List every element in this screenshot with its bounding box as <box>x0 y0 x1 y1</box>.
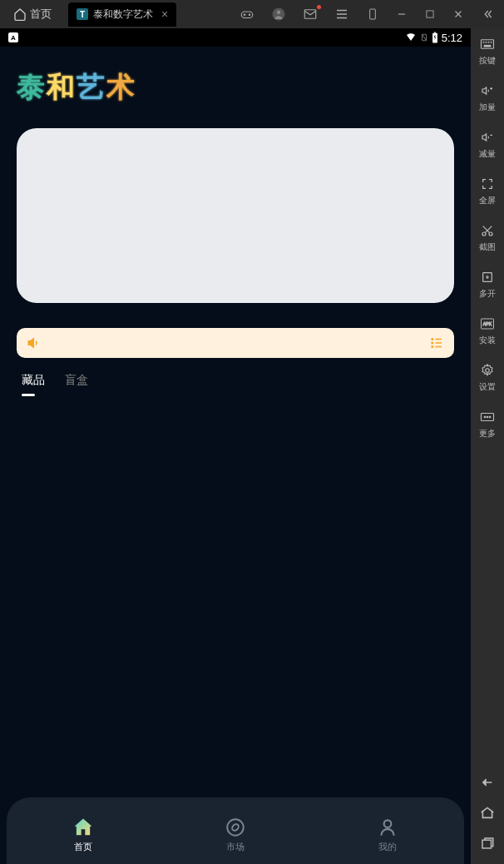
tab-collection[interactable]: 藏品 <box>22 373 45 395</box>
emulator-sidebar: 按键 加量 减量 全屏 截图 多开 APK <box>471 0 504 864</box>
keyboard-icon <box>480 37 495 52</box>
sidebar-more[interactable]: 更多 <box>471 401 504 448</box>
svg-point-19 <box>488 42 489 42</box>
tab-app-icon: T <box>77 8 88 20</box>
multi-instance-icon <box>480 270 495 285</box>
svg-point-17 <box>483 42 484 42</box>
svg-point-3 <box>277 11 281 15</box>
close-window-icon[interactable] <box>452 8 464 20</box>
gear-icon <box>480 363 495 378</box>
announcement-bar[interactable] <box>17 328 454 358</box>
bottom-nav: 首页 市场 我的 <box>7 797 464 864</box>
menu-icon[interactable] <box>334 7 349 22</box>
sidebar-multi[interactable]: 多开 <box>471 261 504 308</box>
svg-rect-16 <box>482 40 494 49</box>
nav-home-label: 首页 <box>74 841 92 853</box>
sidebar-screenshot[interactable]: 截图 <box>471 215 504 261</box>
svg-point-27 <box>486 369 490 373</box>
logo-char-2: 和 <box>47 71 77 102</box>
nav-mine-label: 我的 <box>378 841 397 853</box>
android-home-button[interactable] <box>479 806 496 819</box>
sidebar-volume-up[interactable]: 加量 <box>471 75 504 122</box>
svg-point-31 <box>489 416 491 418</box>
status-bar: A 5:12 <box>0 28 471 47</box>
sound-icon <box>27 335 42 350</box>
tab-blindbox[interactable]: 盲盒 <box>65 373 88 395</box>
volume-down-icon <box>480 130 495 145</box>
apk-icon: APK <box>480 316 495 331</box>
message-icon[interactable] <box>303 7 318 22</box>
scissors-icon <box>480 223 495 238</box>
svg-point-15 <box>384 820 392 827</box>
back-arrow-icon <box>479 776 496 789</box>
status-time: 5:12 <box>442 32 462 44</box>
content-tabs: 藏品 盲盒 <box>17 373 454 395</box>
svg-point-10 <box>432 339 433 340</box>
nav-home[interactable]: 首页 <box>72 816 95 853</box>
sidebar-more-label: 更多 <box>479 428 496 439</box>
svg-point-13 <box>227 819 244 836</box>
sidebar-install[interactable]: APK 安装 <box>471 308 504 355</box>
chevron-left-icon <box>481 7 494 21</box>
gamepad-icon[interactable] <box>240 7 254 22</box>
sidebar-keyboard-label: 按键 <box>479 55 496 67</box>
svg-point-14 <box>231 822 240 832</box>
nav-home-icon <box>72 816 95 839</box>
sidebar-settings-label: 设置 <box>479 381 496 393</box>
wifi-icon <box>405 32 417 42</box>
device-icon[interactable] <box>366 7 379 22</box>
svg-rect-0 <box>241 12 253 18</box>
message-badge <box>317 5 321 9</box>
svg-point-20 <box>491 42 492 42</box>
android-home-icon <box>479 806 496 819</box>
nav-mine-icon <box>376 816 399 839</box>
home-button[interactable]: 首页 <box>7 3 58 25</box>
app-logo: 泰和艺术 <box>17 68 454 107</box>
sidebar-fullscreen-label: 全屏 <box>479 195 496 206</box>
minimize-icon[interactable] <box>396 8 408 20</box>
fullscreen-icon <box>480 176 495 191</box>
more-icon <box>480 410 495 425</box>
list-icon[interactable] <box>429 335 444 350</box>
banner-carousel[interactable] <box>17 128 454 303</box>
sidebar-fullscreen[interactable]: 全屏 <box>471 168 504 215</box>
svg-rect-5 <box>370 9 376 19</box>
svg-point-12 <box>432 346 433 348</box>
recents-icon <box>480 836 495 851</box>
sidebar-screenshot-label: 截图 <box>479 241 496 253</box>
svg-point-1 <box>249 14 250 16</box>
app-content: 泰和艺术 藏品 盲盒 首页 <box>0 47 471 864</box>
maximize-icon[interactable] <box>424 8 436 20</box>
sidebar-settings[interactable]: 设置 <box>471 355 504 401</box>
browser-tab[interactable]: T 泰和数字艺术 × <box>68 2 176 27</box>
home-label: 首页 <box>30 7 52 22</box>
svg-rect-32 <box>482 840 492 848</box>
volume-up-icon <box>480 83 495 98</box>
svg-rect-4 <box>304 10 316 19</box>
svg-point-11 <box>432 342 433 344</box>
sidebar-collapse-button[interactable] <box>471 0 504 28</box>
sidebar-install-label: 安装 <box>479 335 496 346</box>
sidebar-volume-down-label: 减量 <box>479 148 496 160</box>
status-app-indicator: A <box>8 32 18 42</box>
logo-char-4: 术 <box>106 71 136 102</box>
android-recents-button[interactable] <box>480 836 495 851</box>
svg-rect-6 <box>427 11 433 17</box>
home-icon <box>13 7 27 21</box>
nav-market-label: 市场 <box>226 841 245 853</box>
nav-mine[interactable]: 我的 <box>376 816 399 853</box>
nav-market-icon <box>224 816 247 839</box>
avatar-icon[interactable] <box>271 7 286 22</box>
svg-rect-9 <box>434 32 436 33</box>
tab-title: 泰和数字艺术 <box>93 7 153 22</box>
svg-point-18 <box>486 42 487 42</box>
logo-char-3: 艺 <box>77 71 106 102</box>
browser-bar: 首页 T 泰和数字艺术 × <box>0 0 471 28</box>
sidebar-volume-down[interactable]: 减量 <box>471 122 504 168</box>
android-back-button[interactable] <box>479 776 496 789</box>
sidebar-keyboard[interactable]: 按键 <box>471 28 504 75</box>
nav-market[interactable]: 市场 <box>224 816 247 853</box>
tab-close-icon[interactable]: × <box>161 7 168 21</box>
battery-icon <box>432 32 438 43</box>
svg-point-29 <box>484 416 486 418</box>
